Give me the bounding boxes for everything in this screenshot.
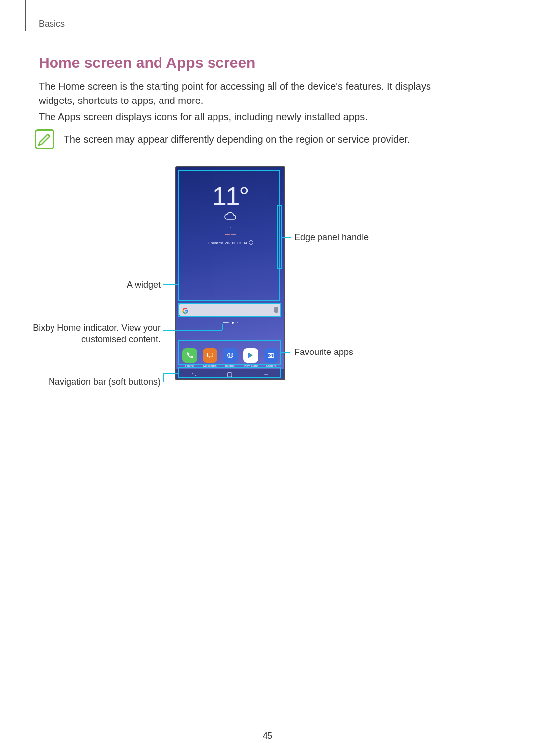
page-indicator-row — [176, 322, 284, 324]
callout-label-bixby: Bixby Home indicator. View your customis… — [30, 322, 160, 345]
page-dot — [237, 322, 238, 323]
callout-box-google-bar — [178, 303, 281, 317]
note-text: The screen may appear differently depend… — [63, 129, 440, 147]
page-tab-marker — [25, 0, 26, 31]
callout-label-navbar: Navigation bar (soft buttons) — [30, 376, 160, 388]
note-icon — [35, 129, 54, 149]
body-paragraph-2: The Apps screen displays icons for all a… — [39, 110, 452, 124]
callout-label-widget: A widget — [121, 279, 160, 291]
callout-box-navbar — [178, 367, 281, 378]
leader-line — [163, 330, 222, 331]
leader-line — [281, 352, 290, 353]
callout-label-edge: Edge panel handle — [294, 232, 369, 243]
diagram: 11° ◦ ━━ ━━ Updated 28/03 13:04 — [0, 166, 535, 414]
callout-box-widget — [178, 170, 280, 301]
callout-box-dock — [178, 340, 281, 365]
breadcrumb: Basics — [39, 19, 65, 29]
leader-line — [222, 324, 223, 330]
section-heading: Home screen and Apps screen — [39, 54, 255, 71]
leader-line — [163, 373, 178, 374]
note-row: The screen may appear differently depend… — [35, 129, 451, 149]
callout-box-edge-handle — [277, 205, 282, 269]
body-paragraph-1: The Home screen is the starting point fo… — [39, 79, 452, 108]
page-number: 45 — [0, 731, 535, 741]
page-dot — [232, 322, 234, 324]
callout-label-favapps: Favourite apps — [294, 347, 353, 358]
leader-line — [282, 237, 291, 238]
leader-line — [163, 373, 164, 382]
leader-line — [163, 284, 178, 285]
bixby-home-indicator — [223, 322, 229, 323]
